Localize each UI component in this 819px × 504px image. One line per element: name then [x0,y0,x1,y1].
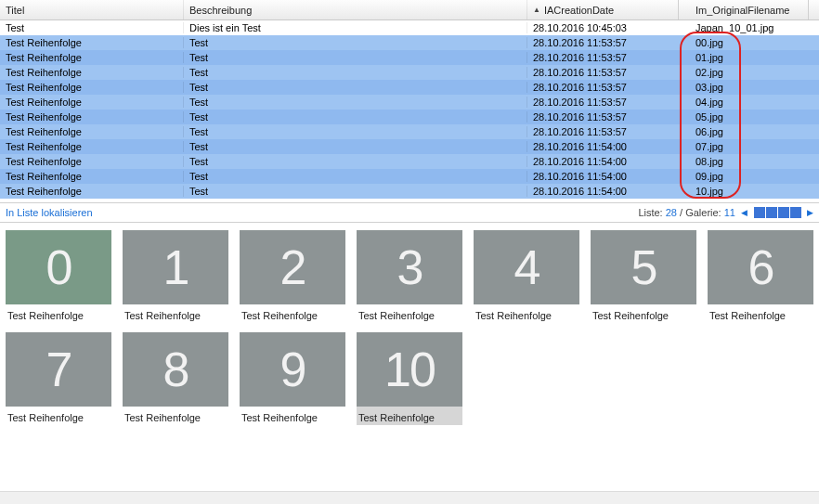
table-row[interactable]: Test ReihenfolgeTest28.10.2016 11:53:570… [0,65,819,80]
cell-title: Test Reihenfolge [0,171,184,182]
table-row[interactable]: Test ReihenfolgeTest28.10.2016 11:54:000… [0,139,819,154]
cell-creation-date: 28.10.2016 11:54:00 [527,156,679,167]
cell-original-filename: 01.jpg [679,52,809,63]
table-row[interactable]: Test ReihenfolgeTest28.10.2016 11:53:570… [0,80,819,95]
thumbnail-caption: Test Reihenfolge [240,407,345,425]
table-header: Titel Beschreibung ▲IACreationDate Im_Or… [0,0,819,20]
cell-title: Test Reihenfolge [0,97,184,108]
thumbnail-image: 9 [240,332,345,407]
col-header-title[interactable]: Titel [0,0,184,19]
thumbnail-caption: Test Reihenfolge [708,304,813,323]
thumbnail-item[interactable]: 4Test Reihenfolge [474,230,579,323]
thumbnail-glyph: 5 [631,239,656,295]
col-header-creation-date[interactable]: ▲IACreationDate [527,0,679,19]
table-row[interactable]: Test ReihenfolgeTest28.10.2016 11:53:570… [0,124,819,139]
table-row[interactable]: Test ReihenfolgeTest28.10.2016 11:53:570… [0,35,819,50]
cell-description: Test [184,171,527,182]
thumbnail-glyph: 4 [514,239,540,295]
table-row[interactable]: Test ReihenfolgeTest28.10.2016 11:54:000… [0,169,819,184]
thumbnail-glyph: 7 [46,342,72,397]
table-row[interactable]: Test ReihenfolgeTest28.10.2016 11:53:570… [0,110,819,124]
table-row[interactable]: TestDies ist ein Test28.10.2016 10:45:03… [0,20,819,35]
cell-description: Test [184,97,527,108]
thumbnail-image: 8 [123,332,228,407]
col-header-description[interactable]: Beschreibung [184,0,527,19]
table-row[interactable]: Test ReihenfolgeTest28.10.2016 11:53:570… [0,95,819,110]
table-row[interactable]: Test ReihenfolgeTest28.10.2016 11:54:001… [0,184,819,199]
cell-creation-date: 28.10.2016 10:45:03 [527,22,679,33]
cell-description: Dies ist ein Test [184,22,527,33]
thumbnail-item[interactable]: 10Test Reihenfolge [357,332,462,425]
thumbnail-glyph: 2 [280,239,306,295]
cell-original-filename: 07.jpg [679,141,809,152]
cell-creation-date: 28.10.2016 11:54:00 [527,186,679,197]
cell-description: Test [184,52,527,63]
chevron-right-icon[interactable]: ▶ [807,208,813,217]
table-row[interactable]: Test ReihenfolgeTest28.10.2016 11:54:000… [0,154,819,169]
cell-description: Test [184,37,527,48]
cell-creation-date: 28.10.2016 11:53:57 [527,82,679,93]
thumbnail-glyph: 6 [748,239,774,295]
cell-title: Test Reihenfolge [0,67,184,78]
list-table: Titel Beschreibung ▲IACreationDate Im_Or… [0,0,819,199]
thumbnail-item[interactable]: 7Test Reihenfolge [6,332,111,425]
cell-title: Test Reihenfolge [0,111,184,123]
thumbnail-item[interactable]: 5Test Reihenfolge [591,230,696,323]
cell-title: Test [0,22,184,33]
cell-description: Test [184,82,527,93]
thumbnail-item[interactable]: 2Test Reihenfolge [240,230,345,323]
thumbnail-caption: Test Reihenfolge [357,304,462,323]
cell-original-filename: 02.jpg [679,67,809,78]
horizontal-scrollbar[interactable] [0,491,819,504]
cell-original-filename: 09.jpg [679,171,809,182]
thumbnail-caption: Test Reihenfolge [123,304,228,323]
thumbnail-item[interactable]: 8Test Reihenfolge [123,332,228,425]
thumbnail-item[interactable]: 1Test Reihenfolge [123,230,228,323]
thumbnail-item[interactable]: 9Test Reihenfolge [240,332,345,425]
cell-title: Test Reihenfolge [0,37,184,48]
thumbnail-item[interactable]: 3Test Reihenfolge [357,230,462,323]
chevron-left-icon[interactable]: ◀ [741,208,748,217]
cell-creation-date: 28.10.2016 11:53:57 [527,52,679,63]
thumbnail-glyph: 9 [280,342,306,397]
cell-description: Test [184,186,527,197]
sort-asc-icon: ▲ [533,6,540,14]
cell-original-filename: 05.jpg [679,111,809,123]
cell-creation-date: 28.10.2016 11:54:00 [527,141,679,152]
col-header-original-filename[interactable]: Im_OriginalFilename [679,0,809,19]
cell-creation-date: 28.10.2016 11:53:57 [527,126,679,137]
thumbnail-caption: Test Reihenfolge [6,407,111,425]
thumbnail-image: 4 [474,230,579,304]
thumbnail-gallery: 0Test Reihenfolge1Test Reihenfolge2Test … [0,223,819,433]
localize-in-list-link[interactable]: In Liste lokalisieren [6,207,93,218]
thumbnail-glyph: 0 [46,239,72,295]
cell-original-filename: 04.jpg [679,97,809,108]
thumbnail-image: 10 [357,332,462,407]
cell-title: Test Reihenfolge [0,82,184,93]
thumbnail-glyph: 3 [397,239,422,295]
cell-creation-date: 28.10.2016 11:53:57 [527,97,679,108]
thumbnail-item[interactable]: 0Test Reihenfolge [6,230,111,323]
cell-original-filename: 08.jpg [679,156,809,167]
cell-title: Test Reihenfolge [0,156,184,167]
thumbnail-caption: Test Reihenfolge [474,304,579,323]
thumbnail-caption: Test Reihenfolge [591,304,696,323]
table-row[interactable]: Test ReihenfolgeTest28.10.2016 11:53:570… [0,50,819,65]
cell-description: Test [184,156,527,167]
thumbnail-image: 2 [240,230,345,304]
thumbnail-glyph: 10 [384,342,435,397]
thumbnail-image: 7 [6,332,111,407]
status-bar: In Liste lokalisieren Liste: 28 / Galeri… [0,202,819,223]
thumbnail-image: 6 [708,230,813,304]
cell-description: Test [184,126,527,137]
thumbnail-caption: Test Reihenfolge [123,407,228,425]
cell-original-filename: 06.jpg [679,126,809,137]
cell-description: Test [184,141,527,152]
list-count-label: Liste: 28 / Galerie: 11 [638,207,735,218]
thumbnail-glyph: 8 [163,342,188,397]
cell-title: Test Reihenfolge [0,126,184,137]
cell-title: Test Reihenfolge [0,52,184,63]
cell-original-filename: Japan_10_01.jpg [679,22,809,33]
view-mode-toggle[interactable] [753,207,801,218]
thumbnail-item[interactable]: 6Test Reihenfolge [708,230,813,323]
